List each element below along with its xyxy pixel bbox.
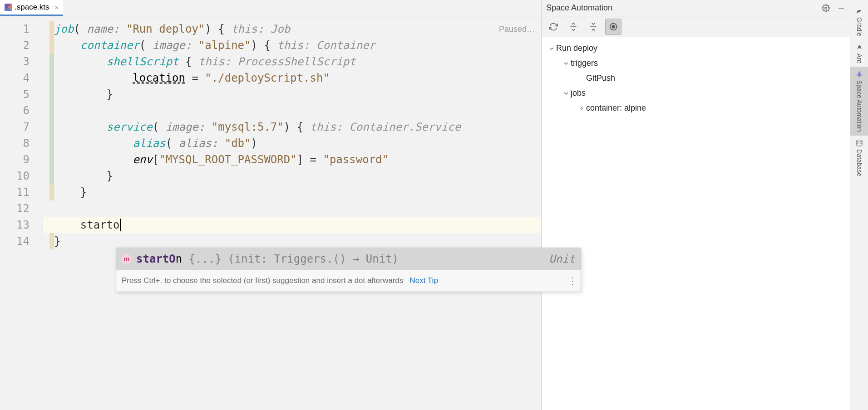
inlay-hint: this: Container.Service [310, 121, 461, 133]
tab-bar: .space.kts × [0, 0, 541, 16]
tab-space-kts[interactable]: .space.kts × [0, 0, 63, 16]
code-token: "alpine" [198, 39, 251, 52]
sidebar-item-gradle[interactable]: Gradle [855, 4, 863, 40]
inlay-hint: this: ProcessShellScript [198, 55, 356, 68]
line-number: 7 [0, 119, 30, 135]
completion-name-rest: n [176, 253, 182, 265]
line-number: 13 [0, 217, 30, 233]
typed-text: starto [80, 219, 120, 231]
tab-label: .space.kts [15, 3, 49, 12]
svg-point-3 [825, 7, 827, 9]
minimize-icon[interactable] [837, 4, 845, 12]
more-icon[interactable]: ⋮ [568, 278, 575, 283]
tree-node-root[interactable]: Run deploy [542, 41, 850, 56]
code-editor[interactable]: 1 2 3 4 5 6 7 8 9 10 11 12 13 14 Paused…… [0, 16, 541, 410]
line-number: 1 [0, 21, 30, 37]
svg-point-8 [612, 25, 615, 28]
code-token: location [133, 72, 185, 84]
next-tip-link[interactable]: Next Tip [410, 276, 438, 285]
completion-signature: {...} (init: Triggers.() → Unit) [182, 253, 399, 265]
panel-header: Space Automation [542, 0, 850, 16]
line-number: 14 [0, 233, 30, 249]
line-number: 4 [0, 70, 30, 86]
code-token: name: [87, 23, 119, 35]
tree-label: jobs [571, 88, 586, 98]
sidebar-item-label: Ant [856, 54, 863, 63]
code-area[interactable]: Paused… job( name: "Run deploy") { this:… [43, 16, 541, 410]
space-automation-panel: Space Automation Run deploy [541, 0, 850, 410]
code-token: job [54, 23, 74, 35]
inlay-hint: this: Container [277, 39, 375, 52]
database-icon [855, 139, 863, 147]
code-token: "mysql:5.7" [212, 121, 284, 133]
tree-node-triggers[interactable]: triggers [542, 56, 850, 71]
tree-node-container[interactable]: container: alpine [542, 101, 850, 116]
code-token: "MYSQL_ROOT_PASSWORD" [159, 153, 296, 166]
code-token: "password" [323, 153, 389, 166]
tool-window-bar: Gradle Ant Space Automation Database [850, 0, 868, 410]
svg-point-13 [857, 140, 862, 142]
code-token: alias: [179, 137, 218, 150]
kotlin-file-icon [5, 4, 12, 11]
code-token: "./deployScript.sh" [205, 72, 330, 84]
sidebar-item-space-automation[interactable]: Space Automation [850, 67, 868, 136]
svg-line-11 [860, 48, 861, 49]
code-token: container [80, 39, 139, 52]
svg-line-10 [857, 48, 858, 49]
line-number: 11 [0, 184, 30, 200]
completion-item-starton[interactable]: m startOn {...} (init: Triggers.() → Uni… [116, 248, 581, 270]
close-icon[interactable]: × [55, 4, 59, 11]
completion-hint-text: Press Ctrl+. to choose the selected (or … [122, 276, 403, 285]
tree-label: Run deploy [556, 44, 597, 53]
chevron-down-icon [547, 44, 556, 53]
line-number: 5 [0, 86, 30, 102]
status-paused: Paused… [499, 21, 535, 37]
tree-node-gitpush[interactable]: GitPush [542, 71, 850, 86]
collapse-all-button[interactable] [585, 19, 602, 35]
line-number: 6 [0, 102, 30, 119]
code-token: service [107, 121, 153, 133]
editor-pane: .space.kts × 1 2 3 4 5 6 7 8 9 10 11 12 … [0, 0, 541, 410]
code-token: env [133, 153, 152, 166]
panel-toolbar [542, 16, 850, 37]
chevron-down-icon [562, 59, 571, 68]
sidebar-item-database[interactable]: Database [855, 136, 863, 180]
panel-tree: Run deploy triggers GitPush jobs contain… [542, 37, 850, 410]
sidebar-item-ant[interactable]: Ant [855, 40, 863, 67]
code-token: shellScript [107, 55, 179, 68]
line-number: 9 [0, 151, 30, 168]
code-token: image: [166, 121, 205, 133]
inlay-hint: this: Job [231, 23, 290, 35]
autoscroll-button[interactable] [605, 19, 621, 35]
ant-icon [855, 44, 863, 52]
method-icon: m [122, 254, 132, 264]
tree-label: triggers [571, 59, 598, 68]
completion-popup: m startOn {...} (init: Triggers.() → Uni… [116, 248, 581, 292]
chevron-down-icon [562, 89, 571, 98]
chevron-right-icon [577, 104, 586, 113]
tree-node-jobs[interactable]: jobs [542, 86, 850, 101]
gear-icon[interactable] [822, 4, 830, 12]
line-number: 8 [0, 135, 30, 151]
refresh-button[interactable] [545, 19, 562, 35]
line-number: 12 [0, 200, 30, 217]
gutter: 1 2 3 4 5 6 7 8 9 10 11 12 13 14 [0, 16, 43, 410]
completion-name-match: startO [136, 253, 176, 265]
gradle-icon [855, 7, 863, 15]
sidebar-item-label: Gradle [856, 17, 863, 36]
code-token: "Run deploy" [126, 23, 205, 35]
sidebar-item-label: Database [856, 149, 863, 176]
tree-label: GitPush [586, 73, 615, 83]
sidebar-item-label: Space Automation [856, 80, 863, 132]
expand-all-button[interactable] [565, 19, 582, 35]
completion-footer: Press Ctrl+. to choose the selected (or … [116, 270, 581, 292]
completion-return-type: Unit [549, 251, 575, 267]
caret [120, 219, 121, 231]
line-number: 10 [0, 168, 30, 184]
code-token: image: [153, 39, 192, 52]
code-token: "db" [225, 137, 251, 150]
code-token: alias [133, 137, 165, 150]
line-number: 3 [0, 54, 30, 70]
panel-title: Space Automation [546, 3, 612, 13]
tree-label: container: alpine [586, 103, 646, 113]
